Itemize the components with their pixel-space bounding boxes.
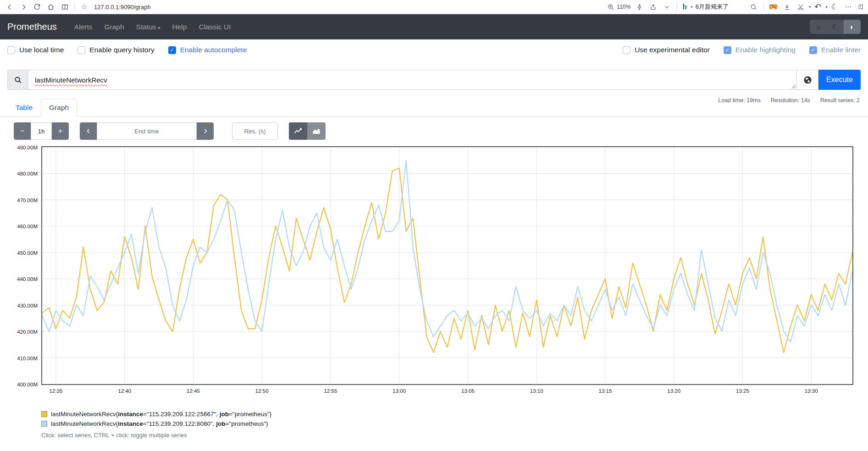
range-input[interactable]: 1h (31, 122, 52, 140)
y-tick-label: 440.00M (6, 276, 38, 282)
query-search-addon (7, 70, 28, 90)
navbar-item-help[interactable]: Help (167, 19, 193, 35)
settings-row: Use local timeEnable query history✓Enabl… (0, 39, 868, 60)
checkbox-label: Use experimental editor (635, 46, 710, 54)
refresh-icon[interactable] (30, 1, 44, 13)
range-decrease-button[interactable]: − (14, 122, 31, 140)
checkbox-checked-icon[interactable]: ✓ (724, 46, 731, 54)
chart-area: 400.00M410.00M420.00M430.00M440.00M450.0… (41, 146, 861, 396)
tab-table[interactable]: Table (7, 99, 41, 117)
checkbox-use-experimental-editor[interactable]: Use experimental editor (623, 46, 710, 54)
dark-mode-moon-icon[interactable]: ☾ (828, 1, 841, 13)
favorite-star-icon[interactable]: ☆ (77, 1, 91, 13)
address-bar[interactable]: ☆ 127.0.0.1:9090/graph (77, 1, 606, 13)
theme-auto-button[interactable]: ◐ (844, 20, 861, 34)
lightning-icon[interactable] (632, 1, 646, 13)
x-axis-labels: 12:3512:4012:4512:5012:5513:0013:0513:10… (41, 385, 861, 396)
undo-icon[interactable]: ↶ (811, 1, 824, 13)
bing-logo-icon[interactable]: b (680, 1, 690, 13)
search-icon[interactable] (747, 1, 761, 13)
line-chart-button[interactable] (289, 122, 307, 140)
sun-icon: ☼ (815, 23, 822, 31)
navbar-item-alerts[interactable]: Alerts (69, 19, 98, 35)
sidebar-icon[interactable] (855, 1, 865, 13)
stat-item: Result series: 2 (820, 97, 860, 104)
stat-item: Load time: 19ms (718, 97, 760, 104)
query-expression: lastMinuteNetworkRecv (35, 76, 107, 84)
search-suggestion-text[interactable]: 6月新规来了 (696, 3, 729, 11)
x-tick-label: 13:00 (393, 388, 406, 394)
x-tick-label: 13:25 (736, 388, 749, 394)
plus-icon: + (58, 127, 62, 135)
resize-handle[interactable] (791, 84, 796, 89)
checkbox-unchecked-icon[interactable] (7, 46, 15, 54)
x-tick-label: 13:05 (461, 388, 475, 394)
browser-toolbar: ☆ 127.0.0.1:9090/graph 110% b ▾ 6月新规来了 ▾… (0, 0, 868, 14)
share-icon[interactable] (646, 1, 660, 13)
time-back-button[interactable] (80, 122, 97, 140)
stacked-chart-icon (312, 127, 321, 135)
tab-graph[interactable]: Graph (41, 99, 77, 117)
theme-light-button[interactable]: ☼ (810, 20, 827, 34)
graph-panel: − 1h + End time Res. (s) 400.00M410.00M4… (7, 122, 861, 439)
tabs-row: Table Graph Load time: 19msResolution: 1… (0, 90, 868, 117)
half-circle-icon: ◐ (850, 23, 854, 31)
chart-legend: lastMinuteNetworkRecv{instance="115.239.… (41, 411, 861, 427)
home-icon[interactable] (44, 1, 58, 13)
checkbox-checked-icon[interactable]: ✓ (168, 46, 176, 54)
url-text[interactable]: 127.0.0.1:9090/graph (94, 4, 151, 11)
back-icon[interactable] (3, 1, 17, 13)
more-ellipsis-icon[interactable]: ⋯ (841, 1, 855, 13)
download-icon[interactable] (780, 1, 794, 13)
x-tick-label: 12:40 (118, 388, 131, 394)
y-tick-label: 480.00M (6, 171, 38, 176)
checkbox-use-local-time[interactable]: Use local time (7, 46, 64, 54)
bing-caret-icon[interactable]: ▾ (691, 5, 693, 9)
zoom-in-icon[interactable] (606, 1, 616, 13)
navbar-item-status[interactable]: Status▾ (131, 19, 166, 35)
line-chart-icon (294, 127, 302, 135)
range-increase-button[interactable]: + (52, 122, 69, 140)
chart-plot[interactable] (41, 146, 853, 385)
checkbox-label: Enable autocomplete (180, 46, 247, 54)
reading-view-icon[interactable] (58, 1, 72, 13)
execute-button[interactable]: Execute (818, 70, 861, 90)
moon-icon: ☾ (832, 23, 838, 31)
x-tick-label: 12:45 (187, 388, 200, 394)
time-forward-button[interactable] (197, 122, 214, 140)
dropdown-caret-icon: ▾ (158, 25, 160, 30)
legend-label: lastMinuteNetworkRecv{instance="115.239.… (51, 420, 268, 427)
chevron-left-icon (85, 128, 92, 134)
toolbar-divider (763, 3, 764, 11)
checkbox-checked-icon[interactable]: ✓ (809, 46, 817, 54)
legend-row[interactable]: lastMinuteNetworkRecv{instance="115.239.… (41, 411, 861, 418)
chevron-down-icon[interactable] (660, 1, 674, 13)
y-tick-label: 490.00M (6, 145, 38, 150)
x-tick-label: 12:50 (255, 388, 269, 394)
legend-row[interactable]: lastMinuteNetworkRecv{instance="115.239.… (41, 420, 861, 427)
resolution-input[interactable]: Res. (s) (232, 122, 278, 140)
metrics-explorer-button[interactable] (796, 70, 818, 90)
checkbox-unchecked-icon[interactable] (77, 46, 85, 54)
checkbox-enable-highlighting[interactable]: ✓Enable highlighting (724, 46, 796, 54)
theme-dark-button[interactable]: ☾ (827, 20, 844, 34)
stacked-chart-button[interactable] (307, 122, 326, 140)
query-input[interactable]: lastMinuteNetworkRecv (28, 70, 797, 90)
checkbox-enable-autocomplete[interactable]: ✓Enable autocomplete (168, 46, 247, 54)
checkbox-label: Use local time (19, 46, 64, 54)
x-tick-label: 13:30 (805, 388, 818, 394)
checkbox-unchecked-icon[interactable] (623, 46, 630, 54)
settings-left-group: Use local timeEnable query history✓Enabl… (7, 46, 247, 54)
forward-icon[interactable] (17, 1, 30, 13)
legend-label: lastMinuteNetworkRecv{instance="115.239.… (51, 411, 271, 418)
gamepad-icon[interactable] (767, 1, 780, 13)
checkbox-enable-linter[interactable]: ✓Enable linter (809, 46, 861, 54)
scissors-icon[interactable] (794, 1, 808, 13)
legend-swatch (41, 421, 47, 427)
checkbox-enable-query-history[interactable]: Enable query history (77, 46, 154, 54)
zoom-level[interactable]: 110% (617, 4, 630, 10)
navbar-item-classic-ui[interactable]: Classic UI (193, 19, 236, 35)
navbar-item-graph[interactable]: Graph (99, 19, 129, 35)
end-time-input[interactable]: End time (97, 122, 197, 140)
brand-title[interactable]: Prometheus (7, 22, 57, 32)
